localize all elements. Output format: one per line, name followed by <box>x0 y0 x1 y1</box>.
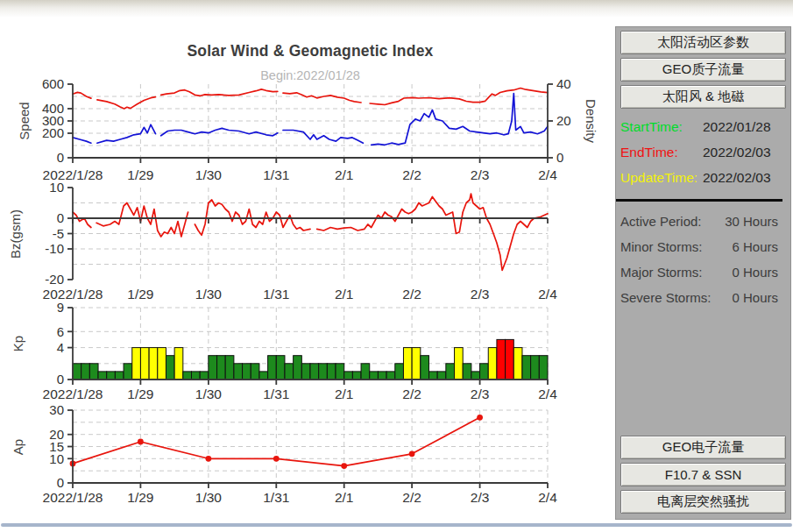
active-period-value: 30 Hours <box>725 214 778 229</box>
storm-stats-section: Active Period: 30 Hours Minor Storms: 6 … <box>620 209 790 310</box>
charts-canvas: 020030040060002040Density2022/1/281/291/… <box>0 25 605 526</box>
sidebar-button-geo-proton-flux[interactable]: GEO质子流量 <box>620 58 786 82</box>
svg-text:2022/1/28: 2022/1/28 <box>43 387 103 401</box>
minor-storms-row: Minor Storms: 6 Hours <box>620 234 790 259</box>
minor-storms-label: Minor Storms: <box>620 239 732 254</box>
svg-text:1/30: 1/30 <box>195 387 223 401</box>
sidebar-button-geo-electron-flux[interactable]: GEO电子流量 <box>620 436 786 459</box>
horizontal-scrollbar[interactable] <box>1 523 792 527</box>
sidebar-button-ionospheric-disturbance[interactable]: 电离层突然骚扰 <box>620 490 786 514</box>
sidebar-button-f107-ssn[interactable]: F10.7 & SSN <box>620 463 786 486</box>
end-time-value: 2022/02/03 <box>703 145 771 160</box>
svg-text:2/1: 2/1 <box>335 287 354 301</box>
active-period-label: Active Period: <box>620 214 725 229</box>
svg-text:1/29: 1/29 <box>127 287 153 301</box>
svg-text:2/4: 2/4 <box>538 287 557 301</box>
svg-text:1/30: 1/30 <box>195 490 223 505</box>
svg-text:2/3: 2/3 <box>471 387 490 401</box>
update-time-row: UpdateTime: 2022/02/03 <box>620 165 790 190</box>
svg-text:6: 6 <box>57 324 64 339</box>
svg-text:1/30: 1/30 <box>195 167 223 182</box>
svg-text:0: 0 <box>57 150 64 165</box>
svg-text:600: 600 <box>42 76 64 91</box>
sidebar-button-solar-active-region[interactable]: 太阳活动区参数 <box>620 31 786 54</box>
svg-text:2/4: 2/4 <box>538 490 557 505</box>
svg-text:1/31: 1/31 <box>263 167 289 182</box>
svg-text:-10: -10 <box>45 241 64 256</box>
svg-text:2/4: 2/4 <box>538 387 557 401</box>
major-storms-row: Major Storms: 0 Hours <box>620 259 790 285</box>
chart-speed-density: 020030040060002040Density2022/1/281/291/… <box>17 76 598 182</box>
start-time-label: StartTime: <box>620 119 703 135</box>
minor-storms-value: 6 Hours <box>732 239 778 254</box>
svg-text:0: 0 <box>57 372 64 387</box>
start-time-row: StartTime: 2022/01/28 <box>620 114 790 139</box>
update-time-value: 2022/02/03 <box>703 170 771 186</box>
chart-kp: 04692022/1/281/291/301/312/12/22/32/4Kp <box>11 300 557 401</box>
svg-text:2/3: 2/3 <box>471 287 490 301</box>
svg-text:2/2: 2/2 <box>402 287 421 301</box>
end-time-label: EndTime: <box>620 145 703 160</box>
sidebar-spacer <box>616 310 790 432</box>
svg-text:10: 10 <box>49 180 64 195</box>
svg-text:1/31: 1/31 <box>263 490 289 505</box>
svg-text:0: 0 <box>57 475 64 490</box>
svg-text:40: 40 <box>556 76 571 91</box>
svg-text:2/4: 2/4 <box>538 167 557 182</box>
svg-text:Speed: Speed <box>17 102 32 139</box>
svg-text:20: 20 <box>49 427 64 442</box>
chart-ap: 0101520302022/1/281/291/301/312/12/22/32… <box>11 402 557 505</box>
svg-text:30: 30 <box>49 402 64 417</box>
svg-text:2022/1/28: 2022/1/28 <box>43 490 103 505</box>
sidebar-button-solar-wind-geomagnetic[interactable]: 太阳风 & 地磁 <box>620 85 786 109</box>
active-period-row: Active Period: 30 Hours <box>620 209 790 234</box>
svg-text:2/2: 2/2 <box>402 167 421 182</box>
svg-text:1/31: 1/31 <box>263 287 289 301</box>
svg-text:1/29: 1/29 <box>127 167 153 182</box>
svg-text:2/2: 2/2 <box>402 490 421 505</box>
severe-storms-value: 0 Hours <box>732 290 778 305</box>
svg-text:1/29: 1/29 <box>127 490 153 505</box>
svg-text:4: 4 <box>57 340 64 355</box>
svg-text:2/1: 2/1 <box>335 490 354 505</box>
svg-text:Ap: Ap <box>11 439 25 455</box>
severe-storms-label: Severe Storms: <box>620 290 732 305</box>
update-time-label: UpdateTime: <box>620 170 703 186</box>
svg-text:2/1: 2/1 <box>335 167 354 182</box>
svg-text:Kp: Kp <box>11 336 25 351</box>
major-storms-label: Major Storms: <box>620 265 732 280</box>
severe-storms-row: Severe Storms: 0 Hours <box>620 285 790 310</box>
svg-text:9: 9 <box>57 300 64 315</box>
svg-text:1/31: 1/31 <box>263 387 289 401</box>
svg-text:2/3: 2/3 <box>471 490 490 505</box>
top-gradient-bar <box>0 0 793 18</box>
svg-text:2/3: 2/3 <box>471 167 490 182</box>
start-time-value: 2022/01/28 <box>703 119 771 135</box>
svg-text:Density: Density <box>584 99 598 144</box>
end-time-row: EndTime: 2022/02/03 <box>620 139 790 165</box>
sidebar-panel: 太阳活动区参数 GEO质子流量 太阳风 & 地磁 StartTime: 2022… <box>615 26 791 520</box>
svg-text:2022/1/28: 2022/1/28 <box>43 287 103 301</box>
svg-text:20: 20 <box>556 113 571 128</box>
svg-text:1/29: 1/29 <box>127 387 153 401</box>
svg-text:2/2: 2/2 <box>402 387 421 401</box>
chart-bz: 100-5-10-202022/1/281/291/301/312/12/22/… <box>8 180 557 301</box>
time-info-section: StartTime: 2022/01/28 EndTime: 2022/02/0… <box>620 114 790 190</box>
svg-text:0: 0 <box>556 150 563 165</box>
svg-text:400: 400 <box>42 101 64 116</box>
svg-text:Bz(gsm): Bz(gsm) <box>8 209 23 259</box>
section-divider <box>616 199 782 202</box>
chart-area: Solar Wind & Geomagnetic Index Begin:202… <box>0 25 605 526</box>
major-storms-value: 0 Hours <box>732 265 778 280</box>
svg-text:0: 0 <box>57 210 64 225</box>
svg-text:-5: -5 <box>53 226 64 241</box>
svg-text:-20: -20 <box>45 272 64 287</box>
svg-text:2/1: 2/1 <box>335 387 354 401</box>
svg-text:1/30: 1/30 <box>195 287 223 301</box>
